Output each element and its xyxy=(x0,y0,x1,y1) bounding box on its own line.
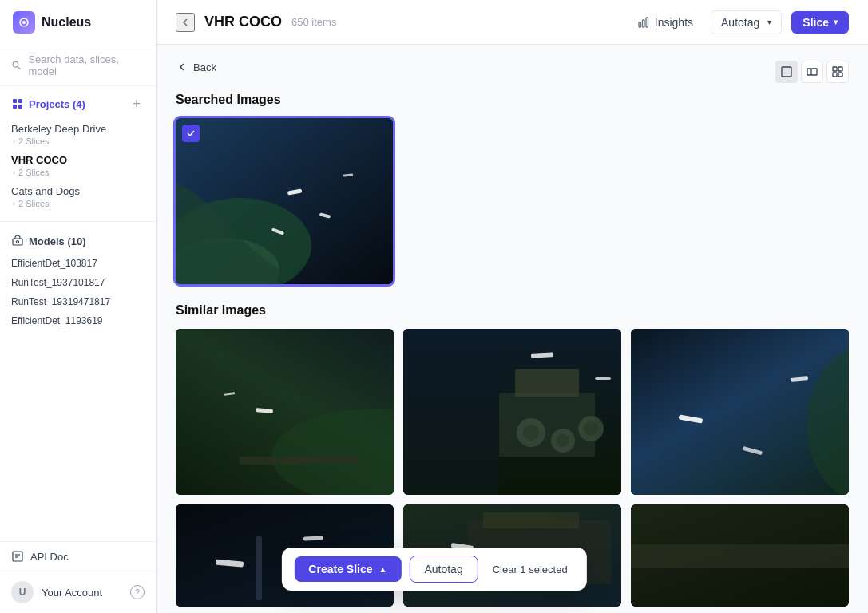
svg-rect-21 xyxy=(833,73,837,77)
similar-placeholder-0 xyxy=(176,329,394,495)
sidebar: Nucleus Search data, slices, model Proje… xyxy=(0,0,157,613)
insights-label: Insights xyxy=(655,16,693,29)
content-area: Back xyxy=(157,45,868,613)
insights-icon xyxy=(637,16,650,29)
projects-title: Projects (4) xyxy=(11,97,85,110)
svg-rect-18 xyxy=(811,69,817,75)
models-icon xyxy=(11,235,24,247)
projects-section: Projects (4) + Berkeley Deep Drive › 2 S… xyxy=(0,86,156,215)
svg-rect-6 xyxy=(13,105,17,109)
searched-images-grid xyxy=(176,118,849,284)
model-item-1[interactable]: RunTest_1937101817 xyxy=(11,273,145,292)
avatar: U xyxy=(11,581,34,603)
svg-rect-58 xyxy=(256,536,262,600)
similar-visual-1 xyxy=(403,329,621,495)
logo-area: Nucleus xyxy=(0,0,156,45)
model-item-2[interactable]: RunTest_19319471817 xyxy=(11,292,145,311)
svg-rect-13 xyxy=(639,22,641,27)
model-item-0[interactable]: EfficientDet_103817 xyxy=(11,254,145,273)
svg-point-1 xyxy=(22,21,26,24)
back-icon xyxy=(176,61,188,73)
back-label: Back xyxy=(193,61,216,73)
svg-rect-10 xyxy=(13,552,22,561)
create-slice-button[interactable]: Create Slice ▲ xyxy=(294,556,401,582)
similar-placeholder-1 xyxy=(403,329,621,495)
searched-section: Searched Images xyxy=(176,93,849,284)
floating-action-bar: Create Slice ▲ Autotag Clear 1 selected xyxy=(281,548,586,591)
svg-rect-15 xyxy=(646,18,648,27)
view-single-button[interactable] xyxy=(775,61,798,83)
project-slices-catsdogs: › 2 Slices xyxy=(11,199,145,208)
clear-selection-button[interactable]: Clear 1 selected xyxy=(486,559,574,580)
model-item-3[interactable]: EfficientDet_1193619 xyxy=(11,311,145,330)
search-bar[interactable]: Search data, slices, model xyxy=(0,45,156,86)
view-controls xyxy=(775,61,849,83)
slice-label: Slice xyxy=(803,16,829,29)
svg-rect-16 xyxy=(782,67,791,77)
main-area: VHR COCO 650 items Insights Autotag ▾ Sl… xyxy=(157,0,868,613)
view-fit-icon xyxy=(807,66,818,77)
svg-rect-46 xyxy=(403,329,499,495)
models-section: Models (10) EfficientDet_103817 RunTest_… xyxy=(0,228,156,337)
chevron-icon: › xyxy=(13,137,15,145)
app-name: Nucleus xyxy=(42,15,91,30)
similar-image-1[interactable] xyxy=(403,329,621,495)
svg-rect-22 xyxy=(838,73,842,77)
view-grid-button[interactable] xyxy=(826,61,849,83)
project-berkeley[interactable]: Berkeley Deep Drive › 2 Slices xyxy=(11,118,145,149)
topbar-actions: Insights Autotag ▾ Slice ▾ xyxy=(629,10,849,34)
project-vhrcoco[interactable]: VHR COCO › 2 Slices xyxy=(11,149,145,180)
search-icon xyxy=(11,60,22,71)
svg-rect-8 xyxy=(13,239,22,245)
svg-rect-17 xyxy=(807,69,811,75)
searched-image-0[interactable] xyxy=(176,118,393,284)
models-header: Models (10) xyxy=(11,235,145,247)
autotag-bar-button[interactable]: Autotag xyxy=(409,556,478,583)
svg-line-3 xyxy=(18,67,20,69)
autotag-bar-label: Autotag xyxy=(424,563,462,575)
dataset-title: VHR COCO xyxy=(204,14,282,30)
similar-placeholder-5 xyxy=(631,504,849,607)
project-name-catsdogs: Cats and Dogs xyxy=(11,184,145,199)
svg-rect-65 xyxy=(631,544,849,568)
project-catsdogs[interactable]: Cats and Dogs › 2 Slices xyxy=(11,180,145,212)
svg-rect-5 xyxy=(18,99,22,103)
autotag-button[interactable]: Autotag ▾ xyxy=(711,10,782,34)
similar-visual-0 xyxy=(176,329,394,495)
svg-rect-43 xyxy=(515,369,579,397)
svg-rect-20 xyxy=(838,67,842,71)
project-name-vhrcoco: VHR COCO xyxy=(11,152,145,168)
view-fit-button[interactable] xyxy=(801,61,823,83)
slice-button[interactable]: Slice ▾ xyxy=(791,11,849,34)
add-project-button[interactable]: + xyxy=(129,96,145,112)
account-label: Your Account xyxy=(42,587,102,599)
project-slices-berkeley: › 2 Slices xyxy=(11,136,145,146)
searched-heading: Searched Images xyxy=(176,93,849,107)
collapse-sidebar-button[interactable] xyxy=(176,13,195,32)
similar-placeholder-2 xyxy=(631,329,849,495)
svg-rect-4 xyxy=(13,99,17,103)
project-slices-vhrcoco: › 2 Slices xyxy=(11,168,145,177)
similar-image-0[interactable] xyxy=(176,329,394,495)
api-doc-label: API Doc xyxy=(30,551,69,563)
similar-heading: Similar Images xyxy=(176,303,849,318)
create-slice-arrow: ▲ xyxy=(379,565,387,574)
svg-rect-45 xyxy=(595,377,611,380)
satellite-visual-0 xyxy=(176,118,393,284)
similar-image-2[interactable] xyxy=(631,329,849,495)
svg-point-41 xyxy=(557,434,569,447)
check-icon xyxy=(186,129,196,138)
insights-button[interactable]: Insights xyxy=(629,11,701,34)
chevron-icon: › xyxy=(13,168,15,176)
similar-visual-2 xyxy=(631,329,849,495)
similar-image-5[interactable] xyxy=(631,504,849,607)
create-slice-label: Create Slice xyxy=(308,563,372,575)
svg-point-2 xyxy=(13,61,18,67)
back-button[interactable]: Back xyxy=(176,61,216,73)
svg-point-40 xyxy=(523,425,539,441)
projects-header: Projects (4) + xyxy=(11,96,145,112)
help-icon[interactable]: ? xyxy=(130,585,145,599)
models-label: Models (10) xyxy=(29,235,86,247)
account-section[interactable]: U Your Account ? xyxy=(0,571,156,613)
api-doc-link[interactable]: API Doc xyxy=(0,541,156,571)
